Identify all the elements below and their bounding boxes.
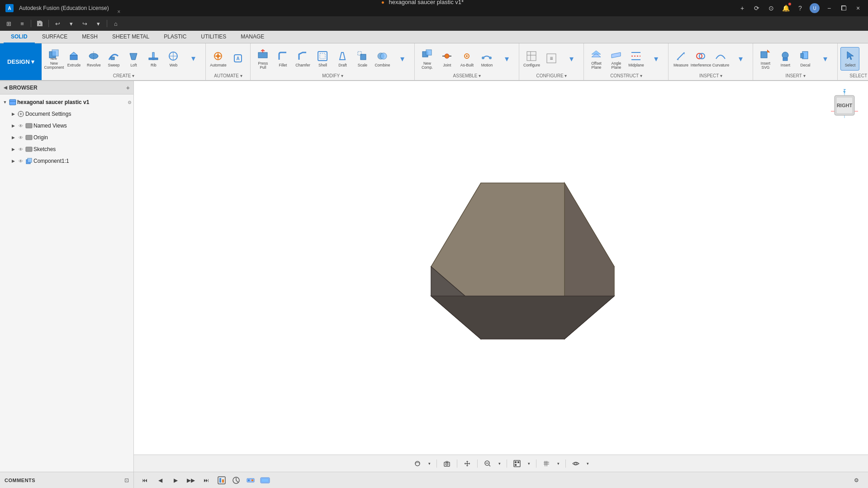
tree-options-icon[interactable]: ⚙	[128, 100, 132, 105]
grid-display-btn[interactable]	[540, 457, 553, 470]
tab-surface[interactable]: SURFACE	[35, 31, 75, 43]
extrude-btn[interactable]: Extrude	[64, 47, 83, 71]
tab-mesh[interactable]: MESH	[75, 31, 105, 43]
tab-solid[interactable]: SOLID	[4, 31, 35, 43]
timeline-icon2[interactable]	[231, 475, 242, 486]
tree-arrow-doc[interactable]: ▶	[10, 111, 16, 117]
rib-btn[interactable]: Rib	[144, 47, 163, 71]
chamfer-btn[interactable]: Chamfer	[293, 47, 312, 71]
redo-btn[interactable]: ↪	[79, 18, 90, 29]
hamburger-menu-btn[interactable]: ≡	[16, 18, 28, 29]
visibility-dropdown[interactable]: ▾	[585, 457, 591, 470]
new-component-assemble-btn[interactable]: New Comp.	[417, 47, 436, 71]
offset-plane-btn[interactable]: Offset Plane	[587, 47, 606, 71]
grid-dropdown[interactable]: ▾	[555, 457, 562, 470]
zoom-dropdown[interactable]: ▾	[497, 457, 503, 470]
notification-btn[interactable]: 🔔	[779, 2, 792, 14]
as-built-joint-btn[interactable]: As-Built	[457, 47, 476, 71]
browser-item-origin[interactable]: ▶ 👁 Origin	[0, 132, 133, 143]
select-btn1[interactable]: Select	[840, 47, 859, 71]
midplane-btn[interactable]: Midplane	[626, 47, 645, 71]
insert-btn2[interactable]: Insert	[776, 47, 795, 71]
forward-btn[interactable]: ▶▶	[185, 475, 196, 486]
tree-arrow-component[interactable]: ▶	[10, 158, 16, 164]
interference-btn[interactable]: Interference	[691, 47, 710, 71]
tree-arrow-root[interactable]: ▼	[2, 99, 8, 105]
tab-manage[interactable]: MANAGE	[233, 31, 271, 43]
tree-eye-origin[interactable]: 👁	[17, 134, 24, 141]
rewind-btn[interactable]: ◀	[155, 475, 166, 486]
redo-dropdown[interactable]: ▾	[92, 18, 104, 29]
automate-btn1[interactable]: Automate	[209, 47, 228, 71]
configure-btn2[interactable]: ≡	[542, 47, 561, 71]
scale-btn[interactable]: Scale	[353, 47, 372, 71]
joint-btn[interactable]: Joint	[437, 47, 456, 71]
plus-btn[interactable]: +	[736, 2, 749, 14]
assemble-dropdown[interactable]: ▾	[497, 47, 516, 71]
tab-sheet-metal[interactable]: SHEET METAL	[105, 31, 157, 43]
skip-first-btn[interactable]: ⏮	[139, 475, 150, 486]
tab-plastic[interactable]: PLASTIC	[157, 31, 194, 43]
tree-eye-sketches[interactable]: 👁	[17, 146, 24, 153]
measure-btn[interactable]: Measure	[671, 47, 690, 71]
browser-collapse-icon[interactable]: ◀	[4, 85, 7, 90]
tree-arrow-origin[interactable]: ▶	[10, 134, 16, 141]
refresh-btn[interactable]: ⟳	[750, 2, 763, 14]
save-btn[interactable]	[34, 18, 46, 29]
combine-btn[interactable]: Combine	[373, 47, 392, 71]
browser-item-named-views[interactable]: ▶ 👁 Named Views	[0, 120, 133, 132]
play-btn[interactable]: ▶	[170, 475, 181, 486]
insert-dropdown[interactable]: ▾	[816, 47, 835, 71]
help-btn[interactable]: ?	[794, 2, 806, 14]
orbit-btn[interactable]	[411, 457, 424, 470]
skip-last-btn[interactable]: ⏭	[201, 475, 212, 486]
browser-item-sketches[interactable]: ▶ 👁 Sketches	[0, 143, 133, 155]
configure-btn1[interactable]: Configure	[522, 47, 541, 71]
maximize-btn[interactable]: ⧠	[837, 2, 850, 14]
tree-arrow-sketches[interactable]: ▶	[10, 146, 16, 152]
curvature-btn[interactable]: Curvature	[711, 47, 730, 71]
orbit-dropdown[interactable]: ▾	[427, 457, 433, 470]
tree-arrow-named-views[interactable]: ▶	[10, 123, 16, 129]
tree-eye-component[interactable]: 👁	[17, 157, 24, 165]
tab-utilities[interactable]: UTILITIES	[194, 31, 233, 43]
comments-show-icon[interactable]: ⊡	[124, 477, 129, 483]
camera-btn[interactable]	[441, 457, 453, 470]
display-mode-btn[interactable]	[511, 457, 523, 470]
construct-dropdown[interactable]: ▾	[646, 47, 665, 71]
motion-link-btn[interactable]: Motion	[477, 47, 496, 71]
configure-dropdown[interactable]: ▾	[562, 47, 581, 71]
timeline-icon3[interactable]	[245, 475, 256, 486]
web-btn[interactable]: Web	[164, 47, 183, 71]
pan-btn[interactable]	[461, 457, 474, 470]
fillet-btn[interactable]: Fillet	[273, 47, 292, 71]
press-pull-btn[interactable]: Press Pull	[253, 47, 272, 71]
minimize-btn[interactable]: −	[823, 2, 835, 14]
loft-btn[interactable]: Loft	[124, 47, 143, 71]
browser-item-component[interactable]: ▶ 👁 Component1:1	[0, 155, 133, 167]
inspect-dropdown[interactable]: ▾	[731, 47, 750, 71]
viewport[interactable]: RIGHT Z ▾ ▾	[134, 81, 868, 472]
browser-item-root[interactable]: ▼ hexagonal saucer plastic v1 ⚙	[0, 96, 133, 108]
revolve-btn[interactable]: Revolve	[84, 47, 103, 71]
insert-btn1[interactable]: Insert SVG	[756, 47, 775, 71]
settings-btn[interactable]: ⊙	[765, 2, 778, 14]
undo-btn[interactable]: ↩	[52, 18, 63, 29]
sweep-btn[interactable]: Sweep	[104, 47, 123, 71]
visibility-btn[interactable]	[569, 457, 582, 470]
draft-btn[interactable]: Draft	[333, 47, 352, 71]
tree-eye-named-views[interactable]: 👁	[17, 122, 24, 129]
browser-item-doc-settings[interactable]: ▶ Document Settings	[0, 108, 133, 120]
shell-btn[interactable]: Shell	[313, 47, 332, 71]
select-dropdown[interactable]: ▾	[860, 47, 868, 71]
design-btn[interactable]: DESIGN ▾	[0, 43, 42, 80]
automate-btn2[interactable]: A	[228, 47, 247, 71]
home-btn[interactable]: ⌂	[110, 18, 122, 29]
zoom-out-btn[interactable]	[481, 457, 494, 470]
timeline-icon1[interactable]	[216, 475, 227, 486]
account-btn[interactable]: U	[808, 2, 821, 14]
timeline-icon4[interactable]	[260, 475, 270, 486]
insert-btn3[interactable]: Decal	[796, 47, 815, 71]
modify-dropdown[interactable]: ▾	[393, 47, 412, 71]
close-btn[interactable]: ×	[852, 2, 864, 14]
